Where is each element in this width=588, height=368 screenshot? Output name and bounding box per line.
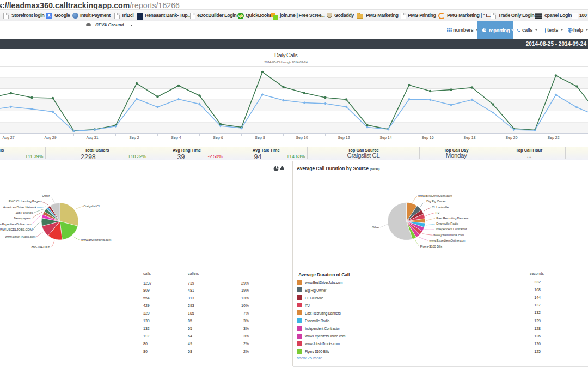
- svg-text:www.BestDriverJobs.com: www.BestDriverJobs.com: [418, 194, 452, 197]
- svg-text:ITJ: ITJ: [435, 211, 439, 214]
- svg-text:Independent Contractor: Independent Contractor: [436, 227, 467, 231]
- svg-text:www.jobsinTrucks.com: www.jobsinTrucks.com: [4, 235, 35, 238]
- svg-text:Newspapers: Newspapers: [14, 216, 31, 220]
- svg-text:Evansville Radio: Evansville Radio: [436, 222, 458, 225]
- svg-text:www.ExpeditersOnline.com: www.ExpeditersOnline.com: [428, 239, 465, 242]
- svg-text:866-294-0006: 866-294-0006: [31, 245, 50, 249]
- svg-text:Other: Other: [42, 194, 50, 197]
- svg-text:Flyers-$100 Bills: Flyers-$100 Bills: [420, 245, 443, 248]
- svg-text:www.jobsinTrucks.com: www.jobsinTrucks.com: [433, 233, 464, 237]
- svg-text:CL Louisville: CL Louisville: [432, 206, 449, 209]
- svg-text:American Driver Network: American Driver Network: [3, 206, 36, 209]
- svg-text:WWW.USCDLJOBS.COM: WWW.USCDLJOBS.COM: [0, 228, 33, 231]
- svg-text:Craigslist CL: Craigslist CL: [83, 204, 101, 208]
- svg-text:www.driveforceva.com: www.driveforceva.com: [81, 238, 111, 242]
- svg-text:PMC CL Landing Pages: PMC CL Landing Pages: [9, 200, 41, 203]
- svg-text:Big Rig Owner: Big Rig Owner: [426, 200, 446, 203]
- svg-text:Other: Other: [372, 226, 379, 229]
- svg-text:Job Postings: Job Postings: [16, 211, 33, 214]
- svg-text:www.ExpeditersOnline.com: www.ExpeditersOnline.com: [0, 222, 32, 226]
- svg-text:East Recruiting Banners: East Recruiting Banners: [436, 216, 468, 220]
